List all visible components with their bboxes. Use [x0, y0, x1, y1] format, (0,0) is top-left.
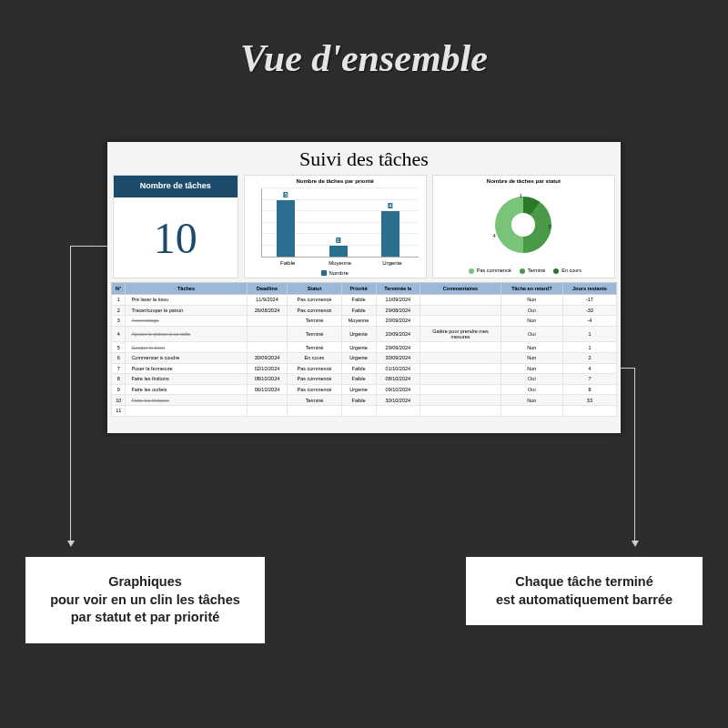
- table-row: 8Faire les finitions08/10/2024Pas commen…: [112, 374, 617, 385]
- task-count-panel: Nombre de tâches 10: [113, 175, 238, 278]
- task-table: N°TâchesDeadlineStatutPrioritéTerminée l…: [107, 282, 621, 420]
- table-header: Terminée le: [376, 283, 420, 295]
- bar-chart-title: Nombre de tâches par priorité: [245, 176, 426, 187]
- table-header: Tâches: [126, 283, 247, 295]
- donut-chart-legend: Pas commencéTerminéEn cours: [433, 268, 614, 274]
- table-header: Deadline: [247, 283, 288, 295]
- dashboard-title: Suivi des tâches: [107, 142, 621, 175]
- table-header: Jours restants: [562, 283, 616, 295]
- arrow-right-horiz: [621, 368, 634, 369]
- dashboard-screenshot: Suivi des tâches Nombre de tâches 10 Nom…: [107, 142, 621, 433]
- task-count-value: 10: [114, 196, 238, 278]
- table-row: 7Poser la fermeture02/10/2024Pas commenc…: [112, 363, 617, 374]
- bar-chart-legend: Nombre: [245, 270, 426, 276]
- priority-bar-chart: Nombre de tâches par priorité 5Faible1Mo…: [244, 175, 427, 278]
- table-header: Commentaires: [420, 283, 501, 295]
- table-row: 3AssemblageTerminéMoyenne20/09/2024Non-4: [112, 316, 617, 327]
- table-header: Priorité: [341, 283, 376, 295]
- callout-strikethrough: Chaque tâche terminé est automatiquement…: [466, 557, 703, 625]
- page-title: Vue d'ensemble: [0, 0, 728, 80]
- arrow-right: [634, 368, 635, 546]
- bar: 4: [381, 211, 399, 257]
- table-row: 10Faire les finitionsTerminéFaible30/10/…: [112, 395, 617, 406]
- table-row: 6Commencer à coudre30/09/2024En coursUrg…: [112, 352, 617, 363]
- arrow-left: [70, 246, 71, 546]
- arrow-left-horiz: [70, 246, 107, 247]
- table-row: 11: [112, 405, 617, 416]
- table-row: 1Pré laver le tissu11/9/2024Pas commencé…: [112, 295, 617, 306]
- table-header: N°: [112, 283, 126, 295]
- status-donut-chart: Nombre de tâches par statut 1 5 4 Pas co…: [432, 175, 615, 278]
- task-count-label: Nombre de tâches: [114, 176, 238, 196]
- table-header: Tâche en retard?: [500, 283, 562, 295]
- bar: 1: [329, 246, 348, 258]
- table-row: 5Couper le tissuTerminéUrgente29/09/2024…: [112, 342, 617, 353]
- table-row: 9Faire les ourlets06/10/2024Pas commencé…: [112, 384, 617, 395]
- donut-chart-title: Nombre de tâches par statut: [433, 176, 614, 187]
- donut: 1 5 4: [495, 197, 551, 253]
- dashboard-panels: Nombre de tâches 10 Nombre de tâches par…: [107, 175, 621, 282]
- table-row: 2Tracer/couper le patron26/08/2024Pas co…: [112, 305, 617, 316]
- bar-chart-area: 5Faible1Moyenne4Urgente: [261, 188, 419, 258]
- bar: 5: [277, 200, 295, 258]
- table-header: Statut: [288, 283, 341, 295]
- table-row: 4Ajuster le patron à sa tailleTerminéUrg…: [112, 326, 617, 342]
- callout-graphics: Graphiques pour voir en un clin les tâch…: [25, 557, 265, 643]
